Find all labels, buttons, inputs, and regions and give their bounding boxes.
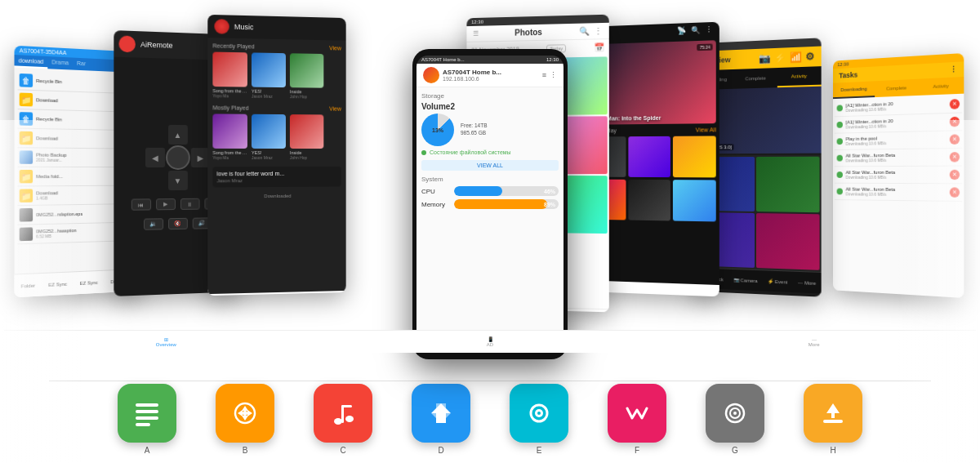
mute-button[interactable]: 🔇 [168, 218, 188, 229]
app-music-icon[interactable] [314, 384, 372, 443]
movies-search-icon[interactable]: 🔍 [691, 26, 700, 35]
app-filemanager-icon[interactable] [118, 384, 176, 443]
play-button[interactable]: ▶ [156, 198, 176, 210]
fm-tool-ez2[interactable]: EZ Sync [80, 279, 98, 285]
fm-item-name-8: 0MG252...ndaption.eps [36, 211, 82, 217]
movies-header-icons: 📡 🔍 ⋮ [677, 25, 713, 35]
event-button[interactable]: ⚡ Event [768, 278, 787, 285]
app-transfer-wrap: D [412, 384, 470, 455]
photos-cal-icon[interactable]: 📅 [594, 42, 604, 51]
cam-5[interactable] [756, 213, 820, 270]
app-transfer-icon[interactable] [412, 384, 470, 443]
dpad-right-button[interactable]: ▶ [190, 148, 209, 167]
now-playing-bar[interactable]: love is four letter word m... Jason Mraz [212, 167, 341, 188]
music-logo-icon [214, 19, 229, 34]
tasks-tab-dl[interactable]: Downloading [833, 81, 875, 99]
fm-tool-ez1[interactable]: EZ Sync [48, 281, 67, 287]
task-4[interactable]: All Star War...furon Beta Downloading 10… [835, 149, 962, 167]
more-button[interactable]: ⋯ More [798, 279, 816, 286]
movie-thumb-3[interactable] [673, 136, 716, 177]
dpad-center-button[interactable] [166, 145, 190, 170]
nas-more-icon[interactable]: ⋮ [550, 71, 557, 79]
live-settings-icon[interactable]: ⚙ [805, 51, 814, 63]
nas-header-icons: ≡ ⋮ [542, 71, 557, 79]
app-surveillance-wrap: G [706, 384, 764, 455]
task-info-6: All Star War...furon Beta Downloading 10… [846, 187, 947, 198]
folder-icon-6: 📁 [20, 170, 33, 183]
tasks-more-icon[interactable]: ⋮ [950, 65, 957, 74]
fm-tab-download[interactable]: download [15, 55, 48, 69]
task-close-4[interactable]: ✕ [950, 152, 960, 162]
app-remote-icon[interactable] [216, 384, 274, 443]
tasks-tab-complete[interactable]: Complete [875, 79, 918, 97]
used-space: 985.65 GB [461, 130, 488, 136]
prev-button[interactable]: ⏮ [131, 198, 150, 210]
filemanager-svg [131, 397, 163, 430]
track-2[interactable]: YES! Jason Mraz [252, 52, 286, 99]
cam-3[interactable] [756, 157, 820, 213]
surveillance-svg [719, 397, 751, 430]
app-surveillance-icon[interactable] [706, 384, 764, 443]
dpad-down-button[interactable]: ▼ [168, 171, 188, 190]
track-artist-6: John Hop [290, 155, 323, 160]
task-6[interactable]: All Star War...furon Beta Downloading 10… [835, 184, 962, 202]
task-5[interactable]: All Star War...furon Beta Downloading 10… [835, 167, 962, 185]
view-all-movies[interactable]: View All [696, 127, 716, 132]
track-5[interactable]: YES! Jason Mraz [252, 114, 286, 160]
dpad-left-button[interactable]: ◀ [145, 148, 165, 167]
fm-tool-folder[interactable]: Folder [21, 283, 35, 288]
live-tab-activity[interactable]: Activity [777, 66, 821, 87]
live-tab-complete[interactable]: Complete [734, 68, 777, 89]
nas-menu-icon[interactable]: ≡ [542, 71, 546, 79]
system-section: System CPU 46% Memory 89% [421, 176, 559, 209]
photos-more-icon[interactable]: ⋮ [594, 26, 602, 35]
app-wd-icon[interactable] [608, 384, 666, 443]
vol-down-button[interactable]: 🔉 [143, 218, 163, 230]
camera-button[interactable]: 📷 Camera [733, 277, 757, 283]
task-close-5[interactable]: ✕ [950, 170, 960, 180]
photos-search-icon[interactable]: 🔍 [579, 26, 589, 35]
dpad-up-button[interactable]: ▲ [168, 125, 188, 145]
track-3[interactable]: Inside John Hop [290, 53, 323, 99]
task-dot-6 [837, 189, 843, 195]
task-close-3[interactable]: ✕ [950, 134, 960, 145]
live-cam-icon[interactable]: 📷 [759, 52, 771, 65]
task-3[interactable]: Play in the pool Downloading 10.6 MB/s ✕ [835, 131, 962, 150]
track-6[interactable]: Inside John Hop [290, 114, 323, 160]
app-download-icon[interactable] [804, 384, 862, 443]
wd-svg [621, 397, 653, 430]
tab-more[interactable]: More [580, 309, 609, 312]
free-space: Free: 14TB [461, 122, 488, 128]
fm-item-name-3: Recycle Bin [36, 117, 62, 122]
volume-name: Volume2 [421, 102, 559, 111]
svg-point-21 [733, 412, 737, 415]
nas-status-bar: AS7004T Home b... 12:30 [416, 56, 564, 64]
fm-tab-rar[interactable]: Rar [73, 58, 90, 71]
track-1[interactable]: Song from the Arc of Life Yoyo Ma [212, 52, 247, 99]
view-all-button[interactable]: VIEW ALL [421, 160, 559, 171]
movies-more-icon[interactable]: ⋮ [705, 25, 712, 34]
live-wifi-icon[interactable]: 📶 [790, 51, 802, 64]
view-all-recently[interactable]: View [329, 45, 341, 51]
movie-thumb-2[interactable] [628, 136, 670, 177]
app-photo-icon[interactable] [510, 384, 568, 443]
view-all-mostly[interactable]: View [329, 106, 341, 112]
nav-ad[interactable]: 📱 AD [416, 331, 564, 353]
fm-item-name-4: Download [36, 136, 58, 140]
live-motion-icon[interactable]: ⚡ [774, 51, 786, 64]
task-close-6[interactable]: ✕ [950, 187, 960, 197]
fm-tab-drama[interactable]: Drama [47, 56, 73, 70]
app-transfer-label: D [438, 446, 443, 455]
movie-thumb-5[interactable] [628, 180, 670, 221]
cast-icon[interactable]: 📡 [677, 26, 686, 34]
task-close-1[interactable]: ✕ [950, 99, 960, 109]
movie-thumb-6[interactable] [673, 180, 716, 221]
pause-button[interactable]: ⏸ [180, 198, 199, 210]
task-close-2[interactable]: ✕ [950, 117, 960, 127]
tasks-tab-activity[interactable]: Activity [918, 77, 964, 96]
transfer-svg [425, 397, 457, 430]
remote-title: AiRemote [140, 40, 173, 49]
photos-back-icon[interactable]: ☰ [473, 30, 479, 38]
pie-info: Free: 14TB 985.65 GB [461, 122, 488, 137]
track-4[interactable]: Song from the Arc of Life Yoyo Ma [212, 114, 247, 160]
